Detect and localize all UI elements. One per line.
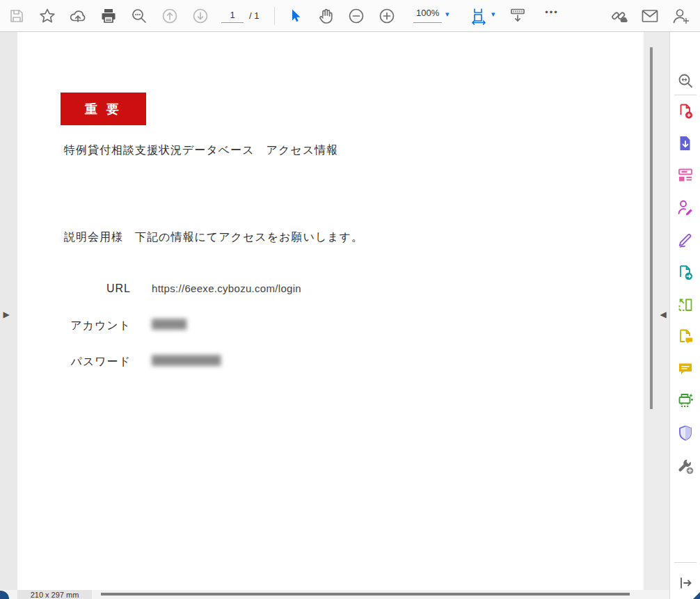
zoom-caret-icon[interactable]: ▾ — [445, 10, 450, 19]
url-row: URL https://6eexe.cybozu.com/login — [17, 282, 504, 298]
document-instruction: 説明会用様 下記の情報にてアクセスをお願いします。 — [64, 230, 363, 245]
hand-tool-icon[interactable] — [315, 5, 337, 27]
edit-pdf-icon[interactable] — [677, 167, 694, 184]
account-value-redacted: ██████ — [152, 319, 186, 329]
page-down-icon[interactable] — [189, 5, 212, 27]
important-badge: 重 要 — [61, 93, 146, 125]
star-icon[interactable] — [36, 5, 58, 27]
more-options-icon[interactable]: ••• — [540, 7, 564, 17]
document-title: 特例貸付相談支援状況データベース アクセス情報 — [64, 143, 338, 158]
account-label: アカウント — [40, 319, 131, 333]
find-text-icon[interactable] — [677, 72, 694, 89]
page-up-icon[interactable] — [159, 5, 181, 27]
save-icon[interactable] — [6, 5, 28, 27]
select-tool-icon[interactable] — [284, 5, 306, 27]
fit-width-caret-icon[interactable]: ▾ — [491, 10, 495, 19]
fill-and-sign-icon[interactable] — [677, 231, 694, 248]
url-label: URL — [40, 282, 131, 295]
scan-ocr-icon[interactable] — [677, 392, 694, 409]
account-row: アカウント ██████ — [17, 319, 504, 334]
toolbar-divider — [274, 7, 275, 25]
password-value-redacted: ████████████ — [152, 355, 221, 365]
sidebar-divider — [674, 95, 697, 95]
export-pdf-icon[interactable] — [677, 135, 694, 152]
print-icon[interactable] — [97, 5, 120, 27]
password-row: パスワード ████████████ — [17, 355, 504, 370]
cloud-upload-icon[interactable] — [67, 5, 89, 27]
more-tools-icon[interactable] — [677, 458, 694, 474]
hide-toolbar-icon[interactable] — [507, 5, 529, 27]
url-value: https://6eexe.cybozu.com/login — [152, 282, 301, 294]
fit-width-icon[interactable] — [468, 5, 490, 27]
main-toolbar: / 1 100% ▾ ▾ ••• — [0, 0, 700, 32]
bottom-statusbar: 210 x 297 mm — [0, 590, 669, 599]
crop-pages-icon[interactable] — [677, 296, 694, 313]
horizontal-scrollbar-thumb[interactable] — [101, 593, 630, 596]
zoom-level-dropdown[interactable]: 100% — [413, 8, 442, 23]
zoom-out-icon[interactable] — [345, 5, 367, 27]
email-icon[interactable] — [639, 5, 661, 27]
attach-file-comment-icon[interactable] — [677, 328, 694, 345]
comments-icon[interactable] — [677, 360, 694, 377]
share-for-review-icon[interactable] — [677, 264, 694, 281]
request-signatures-icon[interactable] — [677, 199, 694, 216]
vertical-scrollbar-thumb[interactable] — [650, 47, 653, 409]
find-icon[interactable] — [128, 5, 150, 27]
zoom-in-icon[interactable] — [376, 5, 398, 27]
password-label: パスワード — [40, 355, 131, 369]
acrobat-reader-window: / 1 100% ▾ ▾ ••• — [0, 0, 700, 599]
sign-in-avatar-icon[interactable] — [669, 5, 692, 27]
pdf-page: 重 要 特例貸付相談支援状況データベース アクセス情報 説明会用様 下記の情報に… — [17, 32, 644, 590]
open-tools-panel-icon[interactable] — [677, 575, 694, 591]
sidebar-divider — [674, 562, 697, 563]
create-pdf-icon[interactable] — [677, 103, 694, 120]
collapse-right-panel-icon[interactable]: ◀ — [658, 308, 668, 321]
page-size-indicator: 210 x 297 mm — [17, 590, 92, 599]
page-number-input[interactable] — [221, 8, 244, 23]
share-link-icon[interactable] — [608, 5, 630, 27]
open-left-panel-icon[interactable]: ▶ — [1, 308, 11, 321]
protect-icon[interactable] — [677, 424, 694, 441]
page-total-label: / 1 — [249, 10, 259, 21]
tools-sidebar — [669, 32, 700, 599]
